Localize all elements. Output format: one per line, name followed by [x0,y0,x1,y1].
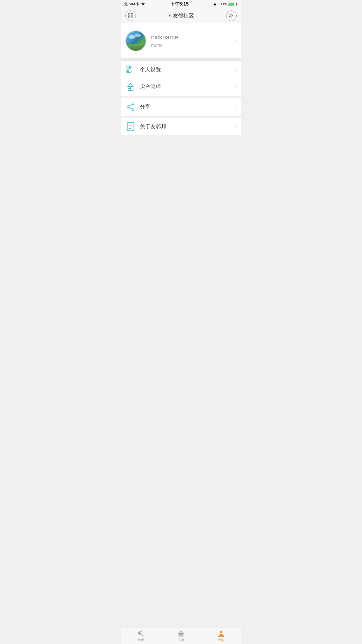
status-bar: 无 SIM 卡 下午5:15 100% [121,0,241,8]
svg-marker-7 [229,14,231,18]
menu-section-2: 分享 › [121,98,241,116]
speaker-button[interactable] [226,10,237,21]
home-icon [125,82,136,92]
sim-label: 无 SIM 卡 [124,2,139,7]
profile-section[interactable]: nickname motto › [121,23,241,61]
menu-section-3: 关于友邻邦 › [121,118,241,135]
profile-motto: motto [151,43,230,48]
scan-button[interactable] [125,10,136,21]
nav-title: 友邻社区 [173,12,194,19]
status-time: 下午5:15 [170,1,189,7]
share-label: 分享 [140,103,235,110]
share-icon [125,102,136,112]
svg-point-13 [127,70,129,72]
profile-chevron-icon: › [235,38,237,44]
svg-rect-1 [131,13,133,15]
avatar-image [126,31,146,51]
about-icon [125,121,136,132]
battery-icon [228,3,234,6]
battery-percent: 100% [218,2,227,6]
svg-line-21 [129,108,132,109]
charging-icon [236,2,238,6]
menu-item-property-management[interactable]: 房产管理 › [121,78,241,96]
nav-bar: 友邻社区 [121,8,241,23]
profile-nickname: nickname [151,34,230,41]
property-management-label: 房产管理 [140,83,235,90]
settings-chevron-icon: › [235,66,237,72]
status-left: 无 SIM 卡 [124,2,145,7]
svg-point-17 [132,103,134,105]
settings-icon [125,64,136,75]
svg-point-19 [127,106,129,108]
share-chevron-icon: › [235,104,237,110]
dropdown-arrow-icon [168,15,171,17]
svg-point-11 [129,66,131,68]
menu-item-about[interactable]: 关于友邻邦 › [121,118,241,135]
speaker-icon [229,13,234,19]
menu-section-1: 个人设置 › 房产管理 › [121,61,241,96]
location-icon [213,2,217,6]
menu-item-personal-settings[interactable]: 个人设置 › [121,61,241,78]
status-right: 100% [213,2,238,6]
empty-space [121,138,241,196]
nav-title-area[interactable]: 友邻社区 [168,12,194,19]
menu-item-share[interactable]: 分享 › [121,98,241,116]
personal-settings-label: 个人设置 [140,66,235,73]
avatar [125,30,146,51]
about-chevron-icon: › [235,124,237,130]
scan-icon [128,13,133,19]
profile-info: nickname motto [151,34,230,48]
property-chevron-icon: › [235,84,237,90]
svg-rect-0 [129,13,130,15]
about-label: 关于友邻邦 [140,123,235,130]
svg-rect-2 [129,16,130,18]
wifi-icon [140,2,145,6]
svg-line-20 [129,105,132,106]
svg-point-18 [132,109,134,111]
